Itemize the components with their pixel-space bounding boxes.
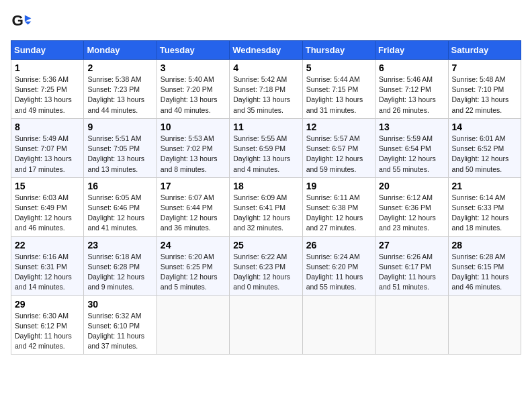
day-number: 24 [161, 240, 226, 250]
day-number: 18 [233, 181, 298, 191]
calendar-week-row: 8Sunrise: 5:49 AM Sunset: 7:07 PM Daylig… [11, 118, 521, 177]
day-number: 10 [161, 122, 226, 132]
day-number: 13 [379, 122, 444, 132]
day-info: Sunrise: 5:49 AM Sunset: 7:07 PM Dayligh… [15, 134, 80, 175]
weekday-header: Tuesday [157, 41, 229, 60]
day-info: Sunrise: 6:01 AM Sunset: 6:52 PM Dayligh… [452, 134, 517, 175]
calendar-cell: 20Sunrise: 6:12 AM Sunset: 6:36 PM Dayli… [375, 177, 448, 236]
day-info: Sunrise: 5:51 AM Sunset: 7:05 PM Dayligh… [87, 134, 152, 175]
day-number: 16 [87, 181, 152, 191]
calendar-cell: 18Sunrise: 6:09 AM Sunset: 6:41 PM Dayli… [230, 177, 302, 236]
calendar-cell: 1Sunrise: 5:36 AM Sunset: 7:25 PM Daylig… [11, 60, 84, 119]
calendar-cell: 30Sunrise: 6:32 AM Sunset: 6:10 PM Dayli… [84, 295, 157, 355]
day-info: Sunrise: 6:24 AM Sunset: 6:20 PM Dayligh… [306, 252, 371, 293]
day-info: Sunrise: 6:22 AM Sunset: 6:23 PM Dayligh… [233, 252, 298, 293]
calendar-cell: 6Sunrise: 5:46 AM Sunset: 7:12 PM Daylig… [375, 60, 448, 119]
calendar-cell [375, 295, 448, 355]
weekday-header: Sunday [11, 41, 84, 60]
day-info: Sunrise: 5:57 AM Sunset: 6:57 PM Dayligh… [306, 134, 371, 175]
day-number: 1 [15, 62, 80, 73]
weekday-header: Saturday [448, 41, 521, 60]
svg-text:G: G [12, 12, 24, 29]
calendar-cell: 12Sunrise: 5:57 AM Sunset: 6:57 PM Dayli… [302, 118, 375, 177]
calendar-table: SundayMondayTuesdayWednesdayThursdayFrid… [11, 40, 521, 355]
day-number: 9 [87, 122, 152, 132]
day-info: Sunrise: 5:44 AM Sunset: 7:15 PM Dayligh… [306, 75, 371, 116]
day-info: Sunrise: 6:30 AM Sunset: 6:12 PM Dayligh… [15, 311, 80, 352]
weekday-header: Monday [84, 41, 157, 60]
calendar-cell: 17Sunrise: 6:07 AM Sunset: 6:44 PM Dayli… [157, 177, 229, 236]
calendar-cell: 23Sunrise: 6:18 AM Sunset: 6:28 PM Dayli… [84, 236, 157, 295]
calendar-cell: 10Sunrise: 5:53 AM Sunset: 7:02 PM Dayli… [157, 118, 229, 177]
day-number: 12 [306, 122, 371, 132]
day-info: Sunrise: 5:59 AM Sunset: 6:54 PM Dayligh… [379, 134, 444, 175]
day-info: Sunrise: 5:38 AM Sunset: 7:23 PM Dayligh… [87, 75, 152, 116]
day-info: Sunrise: 5:36 AM Sunset: 7:25 PM Dayligh… [15, 75, 80, 116]
calendar-cell: 16Sunrise: 6:05 AM Sunset: 6:46 PM Dayli… [84, 177, 157, 236]
day-info: Sunrise: 5:55 AM Sunset: 6:59 PM Dayligh… [233, 134, 298, 175]
day-info: Sunrise: 5:42 AM Sunset: 7:18 PM Dayligh… [233, 75, 298, 116]
calendar-cell: 15Sunrise: 6:03 AM Sunset: 6:49 PM Dayli… [11, 177, 84, 236]
calendar-cell: 27Sunrise: 6:26 AM Sunset: 6:17 PM Dayli… [375, 236, 448, 295]
day-info: Sunrise: 6:11 AM Sunset: 6:38 PM Dayligh… [306, 193, 371, 234]
day-info: Sunrise: 6:26 AM Sunset: 6:17 PM Dayligh… [379, 252, 444, 293]
calendar-cell: 3Sunrise: 5:40 AM Sunset: 7:20 PM Daylig… [157, 60, 229, 119]
day-info: Sunrise: 6:09 AM Sunset: 6:41 PM Dayligh… [233, 193, 298, 234]
weekday-header: Wednesday [230, 41, 302, 60]
calendar-cell: 14Sunrise: 6:01 AM Sunset: 6:52 PM Dayli… [448, 118, 521, 177]
calendar-cell: 21Sunrise: 6:14 AM Sunset: 6:33 PM Dayli… [448, 177, 521, 236]
day-number: 4 [233, 62, 298, 73]
calendar-cell: 19Sunrise: 6:11 AM Sunset: 6:38 PM Dayli… [302, 177, 375, 236]
calendar-cell: 13Sunrise: 5:59 AM Sunset: 6:54 PM Dayli… [375, 118, 448, 177]
day-number: 5 [306, 62, 371, 73]
svg-marker-2 [25, 21, 32, 25]
day-number: 6 [379, 62, 444, 73]
day-number: 27 [379, 240, 444, 250]
calendar-cell: 26Sunrise: 6:24 AM Sunset: 6:20 PM Dayli… [302, 236, 375, 295]
svg-marker-1 [25, 15, 32, 21]
day-number: 26 [306, 240, 371, 250]
day-info: Sunrise: 6:20 AM Sunset: 6:25 PM Dayligh… [161, 252, 226, 293]
calendar-week-row: 1Sunrise: 5:36 AM Sunset: 7:25 PM Daylig… [11, 60, 521, 119]
calendar-header-row: SundayMondayTuesdayWednesdayThursdayFrid… [11, 41, 521, 60]
day-number: 30 [87, 299, 152, 310]
weekday-header: Friday [375, 41, 448, 60]
day-info: Sunrise: 5:53 AM Sunset: 7:02 PM Dayligh… [161, 134, 226, 175]
calendar-cell: 24Sunrise: 6:20 AM Sunset: 6:25 PM Dayli… [157, 236, 229, 295]
logo: G [11, 11, 36, 32]
day-info: Sunrise: 6:14 AM Sunset: 6:33 PM Dayligh… [452, 193, 517, 234]
weekday-header: Thursday [302, 41, 375, 60]
calendar-cell: 25Sunrise: 6:22 AM Sunset: 6:23 PM Dayli… [230, 236, 302, 295]
calendar-cell: 5Sunrise: 5:44 AM Sunset: 7:15 PM Daylig… [302, 60, 375, 119]
calendar-cell: 28Sunrise: 6:28 AM Sunset: 6:15 PM Dayli… [448, 236, 521, 295]
day-number: 15 [15, 181, 80, 191]
day-info: Sunrise: 6:28 AM Sunset: 6:15 PM Dayligh… [452, 252, 517, 293]
page-header: G [11, 11, 521, 32]
day-number: 3 [161, 62, 226, 73]
day-info: Sunrise: 6:12 AM Sunset: 6:36 PM Dayligh… [379, 193, 444, 234]
calendar-cell: 7Sunrise: 5:48 AM Sunset: 7:10 PM Daylig… [448, 60, 521, 119]
day-number: 7 [452, 62, 517, 73]
calendar-cell [302, 295, 375, 355]
day-number: 8 [15, 122, 80, 132]
day-number: 23 [87, 240, 152, 250]
logo-icon: G [11, 11, 32, 32]
day-number: 25 [233, 240, 298, 250]
day-info: Sunrise: 5:46 AM Sunset: 7:12 PM Dayligh… [379, 75, 444, 116]
calendar-week-row: 22Sunrise: 6:16 AM Sunset: 6:31 PM Dayli… [11, 236, 521, 295]
calendar-cell [157, 295, 229, 355]
calendar-week-row: 29Sunrise: 6:30 AM Sunset: 6:12 PM Dayli… [11, 295, 521, 355]
day-info: Sunrise: 6:05 AM Sunset: 6:46 PM Dayligh… [87, 193, 152, 234]
day-info: Sunrise: 6:07 AM Sunset: 6:44 PM Dayligh… [161, 193, 226, 234]
day-info: Sunrise: 5:40 AM Sunset: 7:20 PM Dayligh… [161, 75, 226, 116]
day-info: Sunrise: 5:48 AM Sunset: 7:10 PM Dayligh… [452, 75, 517, 116]
day-number: 28 [452, 240, 517, 250]
day-info: Sunrise: 6:18 AM Sunset: 6:28 PM Dayligh… [87, 252, 152, 293]
calendar-cell [230, 295, 302, 355]
day-number: 21 [452, 181, 517, 191]
day-number: 20 [379, 181, 444, 191]
day-info: Sunrise: 6:03 AM Sunset: 6:49 PM Dayligh… [15, 193, 80, 234]
day-number: 17 [161, 181, 226, 191]
day-number: 22 [15, 240, 80, 250]
calendar-cell: 2Sunrise: 5:38 AM Sunset: 7:23 PM Daylig… [84, 60, 157, 119]
